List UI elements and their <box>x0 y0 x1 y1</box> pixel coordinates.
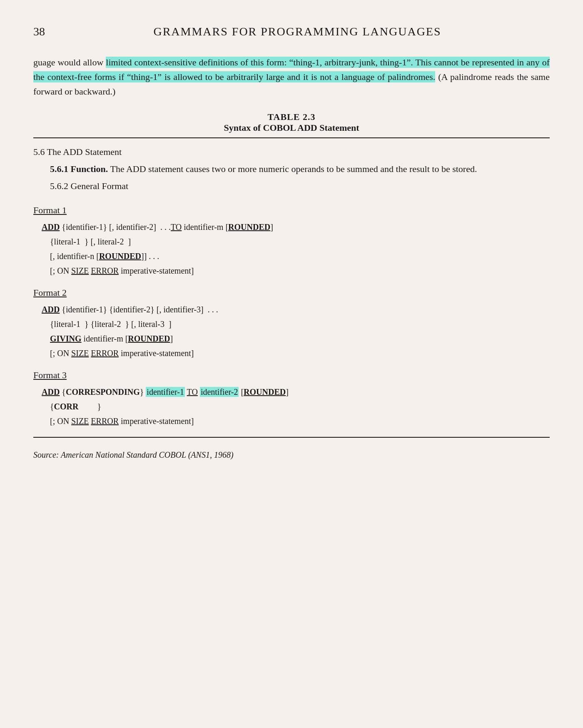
format3-label: Format 3 <box>33 370 67 381</box>
section-562: 5.6.2 General Format <box>50 179 550 193</box>
format3-syntax: ADD {CORRESPONDING} identifier-1 TO iden… <box>42 385 550 429</box>
section-56: 5.6 The ADD Statement <box>33 147 550 157</box>
section-561-label: 5.6.1 Function. <box>50 164 108 174</box>
intro-paragraph: guage would allow limited context-sensit… <box>33 55 550 99</box>
page-header: 38 GRAMMARS FOR PROGRAMMING LANGUAGES <box>33 25 550 38</box>
format1-label: Format 1 <box>33 205 67 216</box>
table-content: 5.6 The ADD Statement 5.6.1 Function. Th… <box>33 137 550 438</box>
format2-block: ADD {identifier-1} {identifier-2} [, ide… <box>33 302 550 361</box>
format3-block: ADD {CORRESPONDING} identifier-1 TO iden… <box>33 385 550 429</box>
highlight-identifier2: identifier-2 <box>200 387 239 397</box>
table-number: TABLE 2.3 <box>33 112 550 122</box>
table-subtitle: Syntax of COBOL ADD Statement <box>33 122 550 133</box>
format1-block: ADD {identifier-1} [, identifier-2] . . … <box>33 220 550 278</box>
table-header: TABLE 2.3 Syntax of COBOL ADD Statement <box>33 112 550 133</box>
page-number: 38 <box>33 25 45 38</box>
page-title: GRAMMARS FOR PROGRAMMING LANGUAGES <box>45 25 550 38</box>
highlight-1: limited context-sensitive definitions of… <box>33 57 550 82</box>
format2-syntax: ADD {identifier-1} {identifier-2} [, ide… <box>42 302 550 361</box>
format2-label: Format 2 <box>33 287 67 298</box>
section-561: 5.6.1 Function. The ADD statement causes… <box>50 162 550 176</box>
source-line: Source: American National Standard COBOL… <box>33 450 550 460</box>
format1-syntax: ADD {identifier-1} [, identifier-2] . . … <box>42 220 550 278</box>
highlight-identifier1: identifier-1 <box>146 387 185 397</box>
section-561-text: The ADD statement causes two or more num… <box>108 164 477 174</box>
